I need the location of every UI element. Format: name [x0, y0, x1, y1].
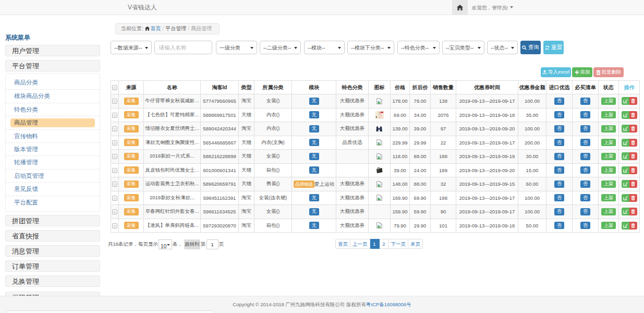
page-number-input[interactable]: [206, 239, 218, 249]
must-buy-badge[interactable]: 否: [580, 166, 590, 174]
delete-button[interactable]: [629, 97, 637, 105]
sidebar-subitem-1[interactable]: 模块商品分类: [6, 89, 100, 102]
status-badge[interactable]: 上架: [601, 125, 616, 133]
filter-select-1[interactable]: 一级分类: [216, 41, 257, 54]
name-search-input[interactable]: [154, 41, 212, 54]
breadcrumb-home-link[interactable]: 首页: [151, 26, 161, 31]
icp-link[interactable]: 粤ICP备16098006号: [366, 302, 411, 307]
import-select-badge[interactable]: 否: [554, 166, 564, 174]
delete-button[interactable]: [629, 125, 637, 133]
status-badge[interactable]: 上架: [601, 98, 616, 105]
filter-select-7[interactable]: --状态--: [488, 41, 517, 54]
pager-item-2[interactable]: 2: [380, 239, 389, 249]
sidebar-subitem-4[interactable]: 宣传物料: [6, 129, 100, 142]
sidebar-item-bottom-2[interactable]: 消息管理: [5, 245, 100, 257]
delete-button[interactable]: [629, 166, 637, 174]
pager-item-首页[interactable]: 首页: [335, 239, 350, 249]
edit-button[interactable]: [622, 152, 629, 160]
user-menu[interactable]: 欢迎您，管理员!: [472, 0, 513, 15]
edit-button[interactable]: [622, 125, 629, 133]
import-select-badge[interactable]: 否: [554, 111, 564, 118]
must-buy-badge[interactable]: 否: [580, 125, 590, 133]
jump-button[interactable]: 跳转到: [184, 239, 200, 249]
sidebar-item-1[interactable]: 平台管理: [5, 60, 100, 71]
edit-button[interactable]: [622, 194, 629, 202]
sidebar-subitem-5[interactable]: 版本管理: [6, 142, 100, 155]
row-checkbox[interactable]: [112, 154, 117, 159]
delete-button[interactable]: [629, 139, 637, 147]
sidebar-item-bottom-3[interactable]: 订单管理: [5, 260, 100, 272]
row-checkbox[interactable]: [112, 99, 117, 104]
sidebar-subitem-7[interactable]: 启动页管理: [6, 169, 100, 182]
must-buy-badge[interactable]: 否: [580, 153, 590, 160]
pager-item-下一页[interactable]: 下一页: [389, 239, 409, 249]
filter-select-2[interactable]: --二级分类--: [260, 41, 300, 54]
pager-item-上一页[interactable]: 上一页: [350, 239, 370, 249]
status-badge[interactable]: 上架: [601, 139, 616, 146]
row-checkbox[interactable]: [112, 126, 117, 131]
must-buy-badge[interactable]: 否: [580, 180, 590, 188]
delete-button[interactable]: [629, 111, 637, 119]
filter-select-0[interactable]: --数据来源--: [111, 41, 151, 54]
import-select-badge[interactable]: 否: [554, 125, 564, 133]
import-select-badge[interactable]: 否: [554, 153, 564, 160]
delete-button[interactable]: [629, 208, 637, 215]
pager-item-1[interactable]: 1: [370, 239, 380, 249]
must-buy-badge[interactable]: 否: [580, 98, 590, 105]
sidebar-item-bottom-0[interactable]: 拼团管理: [5, 215, 100, 226]
row-checkbox[interactable]: [112, 182, 117, 187]
per-page-select[interactable]: 10: [159, 242, 172, 251]
delete-button[interactable]: [629, 180, 637, 188]
import-select-badge[interactable]: 否: [554, 98, 564, 105]
delete-button[interactable]: [629, 194, 637, 202]
import-select-badge[interactable]: 否: [554, 208, 564, 215]
row-checkbox[interactable]: [112, 140, 117, 146]
edit-button[interactable]: [622, 111, 629, 119]
navbar-home-button[interactable]: [452, 0, 468, 15]
import-select-badge[interactable]: 否: [554, 222, 564, 229]
import-excel-button[interactable]: 导入excel: [541, 67, 571, 77]
edit-button[interactable]: [622, 208, 629, 215]
row-checkbox[interactable]: [112, 196, 117, 201]
status-badge[interactable]: 上架: [601, 194, 616, 201]
edit-button[interactable]: [622, 139, 629, 147]
sidebar-subitem-6[interactable]: 轮播管理: [6, 155, 100, 168]
filter-select-3[interactable]: --模块--: [305, 41, 344, 54]
status-badge[interactable]: 上架: [601, 208, 616, 215]
status-badge[interactable]: 上架: [601, 111, 616, 118]
status-badge[interactable]: 上架: [601, 153, 616, 160]
filter-select-6[interactable]: --宝贝类型--: [443, 41, 484, 54]
pager-item-末页[interactable]: 末页: [408, 239, 423, 249]
batch-delete-button[interactable]: 批量删除: [593, 67, 624, 77]
reset-button[interactable]: 重置: [543, 41, 564, 54]
status-badge[interactable]: 上架: [601, 166, 616, 174]
import-select-badge[interactable]: 否: [554, 194, 564, 201]
must-buy-badge[interactable]: 否: [580, 222, 590, 229]
sidebar-subitem-2[interactable]: 特色分类: [6, 103, 100, 116]
row-checkbox[interactable]: [112, 113, 117, 118]
sidebar-subitem-8[interactable]: 意见反馈: [6, 182, 100, 195]
sidebar-subitem-0[interactable]: 商品分类: [6, 76, 100, 89]
must-buy-badge[interactable]: 否: [580, 208, 590, 215]
sidebar-subitem-3[interactable]: 商品管理: [6, 116, 100, 129]
edit-button[interactable]: [622, 222, 629, 230]
sidebar-item-bottom-1[interactable]: 省直快报: [5, 230, 100, 242]
import-select-badge[interactable]: 否: [554, 180, 564, 188]
must-buy-badge[interactable]: 否: [580, 194, 590, 201]
row-checkbox[interactable]: [112, 223, 117, 228]
row-checkbox[interactable]: [112, 209, 117, 214]
must-buy-badge[interactable]: 否: [580, 111, 590, 118]
query-button[interactable]: 查询: [520, 41, 541, 54]
sidebar-item-bottom-4[interactable]: 兑换管理: [5, 275, 100, 287]
edit-button[interactable]: [622, 166, 629, 174]
filter-select-4[interactable]: --模块下分类--: [348, 41, 394, 54]
edit-button[interactable]: [622, 97, 629, 105]
filter-select-5[interactable]: --特色分类--: [398, 41, 439, 54]
breadcrumb-item-platform[interactable]: 平台管理: [165, 26, 186, 31]
sidebar-item-0[interactable]: 用户管理: [5, 45, 100, 56]
status-badge[interactable]: 上架: [601, 180, 616, 188]
delete-button[interactable]: [629, 222, 637, 230]
row-checkbox[interactable]: [112, 168, 117, 173]
status-badge[interactable]: 上架: [601, 222, 616, 229]
must-buy-badge[interactable]: 否: [580, 139, 590, 146]
